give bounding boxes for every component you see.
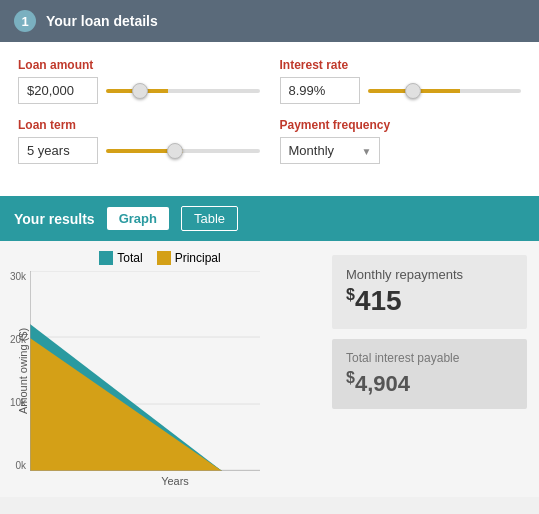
- legend-principal-swatch: [157, 251, 171, 265]
- monthly-repayments-label: Monthly repayments: [346, 267, 513, 282]
- form-row-1: Loan amount Interest rate: [18, 58, 521, 104]
- monthly-repayments-box: Monthly repayments $415: [332, 255, 527, 329]
- loan-term-input[interactable]: [18, 137, 98, 164]
- interest-dollar-sign: $: [346, 369, 355, 386]
- chart-area: Total Principal 30k 20k 10k 0k Amount ow…: [0, 241, 320, 497]
- tab-table[interactable]: Table: [181, 206, 238, 231]
- chart-wrapper: 30k 20k 10k 0k Amount owing ($): [10, 271, 310, 471]
- frequency-select-wrap: Weekly Fortnightly Monthly ▼: [280, 137, 380, 164]
- legend-principal-label: Principal: [175, 251, 221, 265]
- monthly-amount: 415: [355, 285, 402, 316]
- y-tick-0k: 0k: [16, 460, 27, 471]
- interest-rate-group: Interest rate: [280, 58, 522, 104]
- chart-svg-wrap: Amount owing ($): [30, 271, 260, 471]
- payment-frequency-label: Payment frequency: [280, 118, 522, 132]
- form-row-2: Loan term Payment frequency Weekly Fortn…: [18, 118, 521, 164]
- results-label: Your results: [14, 211, 95, 227]
- y-tick-30k: 30k: [10, 271, 26, 282]
- results-body: Total Principal 30k 20k 10k 0k Amount ow…: [0, 241, 539, 497]
- step-number: 1: [14, 10, 36, 32]
- loan-amount-slider[interactable]: [106, 89, 260, 93]
- total-interest-label: Total interest payable: [346, 351, 513, 365]
- legend-total-label: Total: [117, 251, 142, 265]
- interest-rate-wrap: [280, 77, 522, 104]
- loan-term-group: Loan term: [18, 118, 260, 164]
- loan-amount-input[interactable]: [18, 77, 98, 104]
- loan-amount-label: Loan amount: [18, 58, 260, 72]
- x-axis-label: Years: [40, 475, 310, 487]
- chart-legend: Total Principal: [10, 251, 310, 265]
- frequency-select[interactable]: Weekly Fortnightly Monthly: [280, 137, 380, 164]
- section-header: 1 Your loan details: [0, 0, 539, 42]
- tab-graph[interactable]: Graph: [107, 207, 169, 230]
- monthly-repayments-value: $415: [346, 286, 513, 317]
- loan-amount-group: Loan amount: [18, 58, 260, 104]
- legend-principal: Principal: [157, 251, 221, 265]
- loan-details-body: Loan amount Interest rate Loan term Paym…: [0, 42, 539, 196]
- results-header: Your results Graph Table: [0, 196, 539, 241]
- payment-frequency-group: Payment frequency Weekly Fortnightly Mon…: [280, 118, 522, 164]
- chart-svg: 0 2 4 6: [30, 271, 260, 471]
- total-interest-box: Total interest payable $4,904: [332, 339, 527, 409]
- interest-amount: 4,904: [355, 371, 410, 396]
- interest-rate-input[interactable]: [280, 77, 360, 104]
- loan-amount-wrap: [18, 77, 260, 104]
- stats-area: Monthly repayments $415 Total interest p…: [320, 241, 539, 497]
- loan-term-wrap: [18, 137, 260, 164]
- section-title: Your loan details: [46, 13, 158, 29]
- loan-term-label: Loan term: [18, 118, 260, 132]
- loan-term-slider[interactable]: [106, 149, 260, 153]
- interest-rate-slider[interactable]: [368, 89, 522, 93]
- legend-total-swatch: [99, 251, 113, 265]
- total-interest-value: $4,904: [346, 369, 513, 397]
- y-axis-label: Amount owing ($): [17, 328, 29, 414]
- legend-total: Total: [99, 251, 142, 265]
- interest-rate-label: Interest rate: [280, 58, 522, 72]
- monthly-dollar-sign: $: [346, 286, 355, 303]
